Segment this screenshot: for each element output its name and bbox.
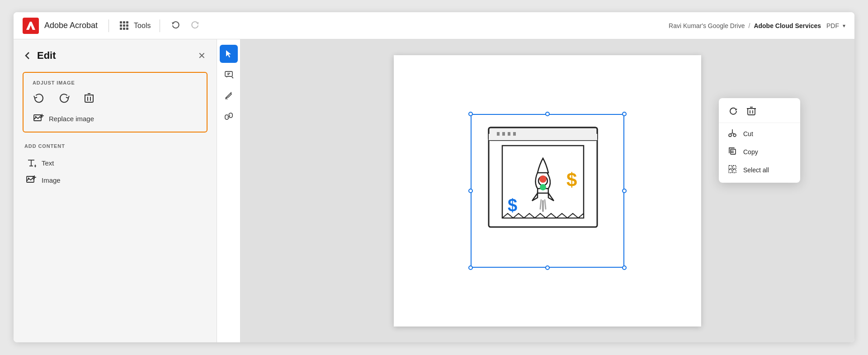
add-image-label: Image bbox=[42, 176, 61, 184]
add-content-section: ADD CONTENT Text bbox=[23, 143, 208, 188]
handle-bottom-left[interactable] bbox=[468, 265, 473, 270]
add-content-label: ADD CONTENT bbox=[24, 143, 206, 149]
breadcrumb: Ravi Kumar's Google Drive / Adobe Cloud … bbox=[669, 22, 845, 29]
delete-image-button[interactable] bbox=[83, 92, 95, 104]
svg-point-6 bbox=[35, 116, 37, 118]
svg-rect-57 bbox=[729, 170, 732, 173]
svg-point-48 bbox=[733, 134, 736, 137]
svg-text:$: $ bbox=[566, 169, 577, 190]
breadcrumb-current: Adobe Cloud Services bbox=[754, 22, 821, 29]
adobe-logo bbox=[23, 18, 39, 34]
grid-icon bbox=[120, 21, 128, 30]
comment-tool-button[interactable] bbox=[220, 66, 238, 84]
svg-line-23 bbox=[226, 98, 227, 99]
copy-icon bbox=[728, 147, 737, 157]
svg-rect-29 bbox=[497, 132, 500, 136]
handle-bottom-center[interactable] bbox=[545, 265, 550, 270]
svg-line-37 bbox=[540, 200, 541, 209]
add-image-button[interactable]: Image bbox=[24, 172, 206, 188]
main-content: Edit ✕ ADJUST IMAGE bbox=[14, 39, 854, 342]
canvas-area[interactable]: $ $ bbox=[241, 39, 854, 342]
handle-top-center[interactable] bbox=[545, 112, 550, 116]
svg-line-24 bbox=[231, 92, 231, 93]
context-select-all-button[interactable]: Select all bbox=[719, 161, 800, 179]
replace-image-button[interactable]: Replace image bbox=[33, 113, 95, 124]
tools-label[interactable]: Tools bbox=[134, 22, 151, 30]
svg-rect-55 bbox=[729, 166, 732, 169]
svg-rect-18 bbox=[225, 71, 232, 76]
svg-rect-52 bbox=[731, 149, 736, 154]
rotate-right-button[interactable] bbox=[58, 92, 71, 104]
breadcrumb-sep: / bbox=[749, 22, 750, 29]
link-tool-button[interactable] bbox=[220, 107, 238, 125]
svg-point-22 bbox=[232, 77, 233, 78]
svg-line-49 bbox=[730, 133, 732, 134]
main-window: Adobe Acrobat Tools bbox=[14, 12, 854, 342]
handle-bottom-right[interactable] bbox=[622, 265, 627, 270]
select-tool-button[interactable] bbox=[220, 45, 238, 63]
panel-close-button[interactable]: ✕ bbox=[196, 48, 208, 63]
svg-rect-58 bbox=[733, 170, 736, 173]
left-panel: Edit ✕ ADJUST IMAGE bbox=[14, 39, 217, 342]
handle-middle-right[interactable] bbox=[622, 189, 627, 193]
undo-button[interactable] bbox=[169, 19, 182, 33]
context-menu-top-row bbox=[719, 102, 800, 123]
redo-button[interactable] bbox=[189, 19, 202, 33]
handle-top-right[interactable] bbox=[622, 112, 627, 116]
pen-tool-button[interactable] bbox=[220, 86, 238, 104]
rocket-illustration: $ $ bbox=[471, 114, 624, 268]
selected-image-container[interactable]: $ $ bbox=[471, 114, 624, 268]
app-name: Adobe Acrobat bbox=[44, 21, 98, 30]
adjust-image-section: ADJUST IMAGE bbox=[23, 72, 208, 133]
handle-middle-left[interactable] bbox=[468, 189, 473, 193]
handle-top-left[interactable] bbox=[468, 112, 473, 116]
vertical-toolbar bbox=[217, 39, 241, 342]
header-divider-2 bbox=[160, 19, 160, 32]
tools-menu[interactable]: Tools bbox=[120, 21, 151, 30]
context-copy-button[interactable]: Copy bbox=[719, 143, 800, 161]
svg-rect-0 bbox=[85, 95, 93, 102]
svg-rect-30 bbox=[502, 132, 505, 136]
breadcrumb-type: PDF bbox=[826, 22, 839, 29]
rotate-left-button[interactable] bbox=[33, 92, 45, 104]
header-toolbar: Adobe Acrobat Tools bbox=[14, 12, 854, 39]
svg-rect-31 bbox=[508, 132, 510, 136]
undo-redo-group bbox=[169, 19, 202, 33]
adjust-image-label: ADJUST IMAGE bbox=[33, 80, 198, 85]
svg-line-39 bbox=[545, 200, 546, 209]
panel-header: Edit ✕ bbox=[23, 48, 208, 63]
panel-title: Edit bbox=[37, 50, 56, 62]
svg-rect-56 bbox=[733, 166, 736, 169]
add-text-label: Text bbox=[42, 159, 54, 167]
svg-point-35 bbox=[539, 175, 547, 183]
context-rotate-button[interactable] bbox=[728, 106, 739, 117]
adjust-icons-row bbox=[33, 92, 198, 104]
context-cut-label: Cut bbox=[743, 130, 753, 137]
replace-image-label: Replace image bbox=[49, 115, 94, 123]
svg-text:$: $ bbox=[508, 196, 517, 215]
breadcrumb-parent[interactable]: Ravi Kumar's Google Drive bbox=[669, 22, 745, 29]
pdf-page: $ $ bbox=[394, 55, 701, 327]
header-divider-1 bbox=[108, 19, 109, 32]
svg-point-15 bbox=[28, 178, 29, 179]
svg-point-47 bbox=[729, 134, 731, 137]
panel-back-button[interactable]: Edit bbox=[23, 50, 56, 62]
breadcrumb-chevron-icon[interactable]: ▾ bbox=[843, 23, 845, 29]
context-menu: Cut Copy bbox=[719, 98, 800, 183]
cut-icon bbox=[728, 129, 737, 139]
svg-line-50 bbox=[732, 133, 735, 134]
context-cut-button[interactable]: Cut bbox=[719, 125, 800, 143]
context-delete-button[interactable] bbox=[746, 105, 757, 117]
add-content-items: Text Image bbox=[24, 155, 206, 188]
context-select-all-label: Select all bbox=[743, 166, 769, 174]
svg-point-36 bbox=[540, 184, 546, 190]
svg-rect-42 bbox=[748, 109, 755, 115]
add-text-button[interactable]: Text bbox=[24, 155, 206, 170]
select-all-icon bbox=[728, 165, 737, 175]
svg-rect-32 bbox=[513, 132, 516, 136]
context-copy-label: Copy bbox=[743, 148, 758, 156]
